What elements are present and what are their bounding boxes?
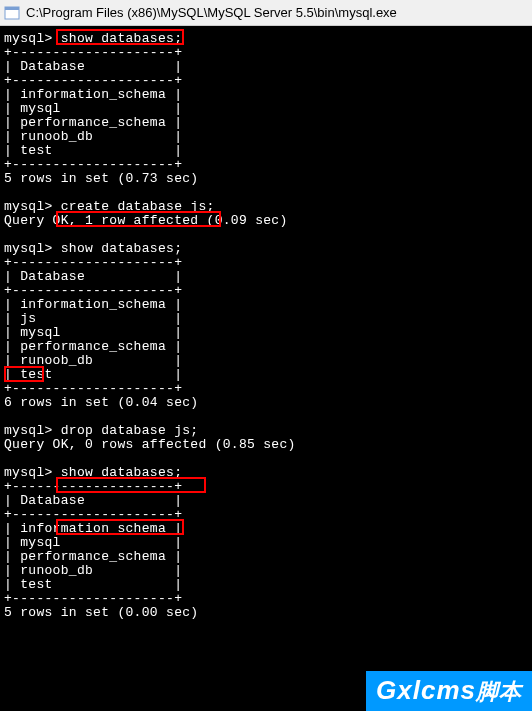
watermark: Gxlcms脚本 [366, 671, 532, 711]
watermark-text-en: Gxlcms [376, 675, 476, 705]
table-row: | runoob_db | [4, 563, 182, 578]
prompt: mysql> [4, 465, 53, 480]
result-text: Query OK, 1 row affected (0.09 sec) [4, 213, 288, 228]
column-header: | Database | [4, 59, 182, 74]
table-row: | runoob_db | [4, 353, 182, 368]
result-text: 5 rows in set (0.73 sec) [4, 171, 198, 186]
table-row: | mysql | [4, 535, 182, 550]
prompt: mysql> [4, 423, 53, 438]
prompt: mysql> [4, 241, 53, 256]
command-show-databases-1: show databases; [53, 31, 183, 46]
command-show-databases-3: show databases; [53, 465, 183, 480]
svg-rect-1 [5, 7, 19, 10]
prompt: mysql> [4, 31, 53, 46]
table-row: | test | [4, 143, 182, 158]
prompt: mysql> [4, 199, 53, 214]
divider: +--------------------+ [4, 157, 182, 172]
table-row: | test | [4, 577, 182, 592]
divider: +--------------------+ [4, 381, 182, 396]
table-row: | performance_schema | [4, 549, 182, 564]
table-row: | information_schema | [4, 87, 182, 102]
table-row: | mysql | [4, 325, 182, 340]
table-row: | js | [4, 311, 182, 326]
divider: +--------------------+ [4, 283, 182, 298]
table-row: | information_schema | [4, 521, 182, 536]
divider: +--------------------+ [4, 73, 182, 88]
result-text: 5 rows in set (0.00 sec) [4, 605, 198, 620]
app-icon [4, 5, 20, 21]
command-create-database: create database js; [53, 199, 215, 214]
result-text: 6 rows in set (0.04 sec) [4, 395, 198, 410]
table-row: | mysql | [4, 101, 182, 116]
divider: +--------------------+ [4, 591, 182, 606]
table-row: | performance_schema | [4, 115, 182, 130]
window-titlebar: C:\Program Files (x86)\MySQL\MySQL Serve… [0, 0, 532, 26]
command-drop-database: drop database js; [53, 423, 199, 438]
divider: +--------------------+ [4, 479, 182, 494]
column-header: | Database | [4, 269, 182, 284]
table-row: | performance_schema | [4, 339, 182, 354]
command-show-databases-2: show databases; [53, 241, 183, 256]
divider: +--------------------+ [4, 255, 182, 270]
table-row: | information_schema | [4, 297, 182, 312]
table-row: | runoob_db | [4, 129, 182, 144]
watermark-text-cn: 脚本 [476, 679, 522, 704]
table-row: | test | [4, 367, 182, 382]
column-header: | Database | [4, 493, 182, 508]
result-text: Query OK, 0 rows affected (0.85 sec) [4, 437, 296, 452]
divider: +--------------------+ [4, 45, 182, 60]
window-title: C:\Program Files (x86)\MySQL\MySQL Serve… [26, 5, 397, 20]
divider: +--------------------+ [4, 507, 182, 522]
terminal-output[interactable]: mysql> show databases; +----------------… [0, 26, 532, 711]
